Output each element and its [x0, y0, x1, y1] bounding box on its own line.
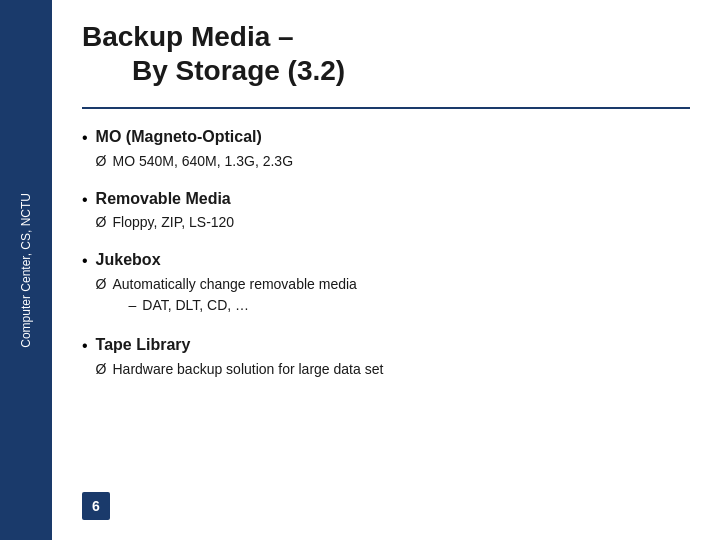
bullet-icon: •	[82, 251, 88, 272]
sub-text: MO 540M, 640M, 1.3G, 2.3G	[113, 152, 294, 172]
sub-text: Hardware backup solution for large data …	[113, 360, 384, 380]
item-label: Tape Library	[96, 336, 191, 353]
arrow-icon: Ø	[96, 360, 107, 380]
list-item: • MO (Magneto-Optical) Ø MO 540M, 640M, …	[82, 127, 690, 174]
sub-items: Ø MO 540M, 640M, 1.3G, 2.3G	[96, 152, 293, 172]
sub-items: Ø Hardware backup solution for large dat…	[96, 360, 384, 380]
sub-items: Ø Floppy, ZIP, LS-120	[96, 213, 235, 233]
content-list: • MO (Magneto-Optical) Ø MO 540M, 640M, …	[82, 127, 690, 396]
list-item: • Jukebox Ø Automatically change removab…	[82, 250, 690, 321]
page-number-area: 6	[82, 492, 690, 520]
dash-icon: –	[129, 296, 137, 316]
sub-sub-items: – DAT, DLT, CD, …	[129, 296, 357, 316]
page-title: Backup Media – By Storage (3.2)	[82, 20, 690, 87]
sub-sub-item: – DAT, DLT, CD, …	[129, 296, 357, 316]
bullet-icon: •	[82, 128, 88, 149]
sidebar: Computer Center, CS, NCTU	[0, 0, 52, 540]
bullet-icon: •	[82, 336, 88, 357]
sub-sub-text: DAT, DLT, CD, …	[142, 296, 249, 316]
item-label: Jukebox	[96, 251, 161, 268]
sub-text: Automatically change removable media	[113, 276, 357, 292]
main-content: Backup Media – By Storage (3.2) • MO (Ma…	[52, 0, 720, 540]
list-item: • Removable Media Ø Floppy, ZIP, LS-120	[82, 189, 690, 236]
item-label: Removable Media	[96, 190, 231, 207]
arrow-icon: Ø	[96, 152, 107, 172]
arrow-icon: Ø	[96, 275, 107, 295]
title-area: Backup Media – By Storage (3.2)	[82, 20, 690, 87]
arrow-icon: Ø	[96, 213, 107, 233]
sub-items: Ø Automatically change removable media –…	[96, 275, 357, 318]
bullet-icon: •	[82, 190, 88, 211]
list-item: • Tape Library Ø Hardware backup solutio…	[82, 335, 690, 382]
title-divider	[82, 107, 690, 109]
page-number: 6	[82, 492, 110, 520]
sub-item: Ø Floppy, ZIP, LS-120	[96, 213, 235, 233]
item-label: MO (Magneto-Optical)	[96, 128, 262, 145]
sub-item: Ø MO 540M, 640M, 1.3G, 2.3G	[96, 152, 293, 172]
sub-item: Ø Hardware backup solution for large dat…	[96, 360, 384, 380]
sidebar-label: Computer Center, CS, NCTU	[18, 193, 35, 348]
sub-text: Floppy, ZIP, LS-120	[113, 213, 235, 233]
sub-item: Ø Automatically change removable media –…	[96, 275, 357, 318]
